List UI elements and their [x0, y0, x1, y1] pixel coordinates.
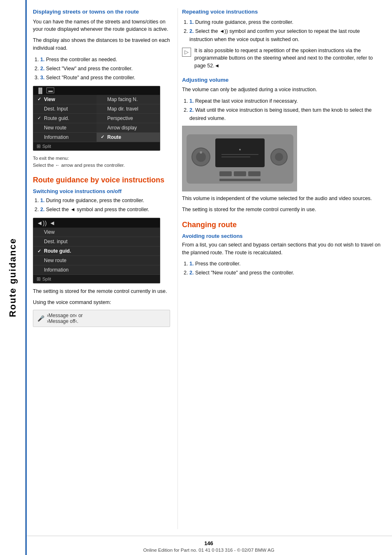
main-content: Displaying streets or towns on the route… [25, 0, 392, 555]
menu-bottom-split: ⊞ Split [33, 142, 160, 150]
left-column: Displaying streets or towns on the route… [25, 8, 178, 529]
displaying-streets-steps: 1. Press the controller as needed. 2. Se… [33, 55, 170, 82]
repeating-note-box: ▷ It is also possible to request a repet… [182, 47, 385, 70]
repeating-voice-title: Repeating voice instructions [182, 8, 385, 16]
menu-left-col: ✓View Dest. Input ✓Route guid. New route [33, 95, 97, 142]
menu-item-map-n: Map facing N. [97, 95, 160, 104]
changing-route-title: Changing route [182, 220, 385, 230]
menu-item-perspective: Perspective [97, 114, 160, 123]
section-adjusting-volume: Adjusting volume The volume can only be … [182, 76, 385, 214]
vol-bar-icon: ▐▌ [37, 88, 44, 94]
menu-right-col: Map facing N. Map dir. travel Perspectiv… [97, 95, 160, 142]
menu-top-bar-2: ◄)) ◄ [33, 218, 160, 228]
adjusting-volume-steps: 1. Repeat the last voice instruction if … [182, 97, 385, 122]
menu-item-map-dir: Map dir. travel [97, 104, 160, 114]
menu-cols: ✓View Dest. Input ✓Route guid. New route [33, 95, 160, 142]
step-item: 1. Press the controller. [189, 260, 385, 268]
menu-item-new-route: New route [33, 123, 97, 133]
page-footer: 146 Online Edition for Part no. 01 41 0 … [25, 536, 392, 555]
step-item: 2. Select "View" and press the controlle… [40, 64, 170, 73]
car-image-inner: ● [182, 126, 297, 191]
sidebar: Route guidance [0, 0, 25, 555]
step-item: 1. Repeat the last voice instruction if … [189, 97, 385, 105]
switching-voice-steps: 1. During route guidance, press the cont… [33, 196, 170, 214]
section-displaying-streets: Displaying streets or towns on the route… [33, 8, 170, 169]
svg-point-5 [200, 151, 202, 154]
svg-rect-8 [219, 171, 232, 176]
step-item: 1. During route guidance, press the cont… [189, 18, 385, 26]
svg-rect-11 [219, 179, 261, 181]
sidebar-label: Route guidance [7, 238, 18, 317]
menu-item-view-2: View [33, 228, 160, 237]
step-item: 3. Select "Route" and press the controll… [40, 74, 170, 82]
menu-top-bar: ▐▌ ▬ [33, 86, 160, 95]
step-item: 2. Wait until the voice instruction is b… [189, 106, 385, 122]
volume-para2: The setting is stored for the remote con… [182, 206, 385, 214]
svg-rect-13 [221, 154, 258, 155]
voice-msg-on: ›Message on‹ or [47, 313, 83, 318]
menu-item-view: ✓View [33, 95, 97, 104]
voice-box-icon: 🎤 [37, 315, 44, 322]
accent-bar [25, 0, 27, 555]
menu-item-route-guid-2: ✓Route guid. [33, 246, 160, 256]
right-column: Repeating voice instructions 1. During r… [178, 8, 392, 529]
section-changing-route: Changing route Avoiding route sections F… [182, 220, 385, 277]
svg-rect-2 [215, 138, 265, 167]
voice-msg-off: ›Message off‹. [47, 318, 83, 324]
repeating-voice-steps: 1. During route guidance, press the cont… [182, 18, 385, 44]
menu-item-dest-2: Dest. input [33, 237, 160, 246]
section-repeating-voice: Repeating voice instructions 1. During r… [182, 8, 385, 70]
menu-item-dest-input: Dest. Input [33, 104, 97, 114]
adjusting-volume-title: Adjusting volume [182, 76, 385, 84]
page-number: 146 [25, 540, 392, 546]
car-svg: ● [182, 126, 297, 191]
menu-item-arrow: Arrow display [97, 123, 160, 133]
copyright-text: Online Edition for Part no. 01 41 0 013 … [25, 548, 392, 553]
voice-guidance-title: Route guidance by voice instructions [33, 175, 170, 185]
svg-point-7 [275, 153, 283, 161]
back-icon: ◄ [49, 219, 55, 226]
step-item: 1. Press the controller as needed. [40, 55, 170, 64]
menu-bottom-split-2: ⊞ Split [33, 275, 160, 283]
adjusting-volume-intro: The volume can only be adjusted during a… [182, 86, 385, 94]
sound-icon: ◄)) [37, 219, 47, 226]
step-item: 2. Select the ◄ symbol and press the con… [40, 205, 170, 214]
voice-command-box: 🎤 ›Message on‹ or ›Message off‹. [33, 310, 170, 327]
menu-left-col-2: View Dest. input ✓Route guid. New route [33, 228, 160, 275]
section-voice-guidance: Route guidance by voice instructions Swi… [33, 175, 170, 327]
menu-item-route-guid: ✓Route guid. [33, 114, 97, 123]
car-dashboard-image: ● [182, 126, 297, 191]
avoiding-route-intro: From a list, you can select and bypass c… [182, 241, 385, 257]
displaying-streets-title: Displaying streets or towns on the route [33, 8, 170, 16]
voice-messages: ›Message on‹ or ›Message off‹. [47, 313, 83, 324]
menu-item-information: Information [33, 133, 97, 142]
menu-item-new-route-2: New route [33, 256, 160, 265]
menu-item-route: ✓Route [97, 133, 160, 142]
svg-rect-9 [234, 171, 246, 176]
repeating-note-text: It is also possible to request a repetit… [194, 47, 385, 70]
menu-mockup-1: ▐▌ ▬ ✓View Dest. Input [33, 86, 160, 151]
menu-mockup-2: ◄)) ◄ View Dest. input [33, 218, 160, 283]
menu-item-info-2: Information [33, 265, 160, 275]
exit-note: To exit the menu: Select the ← arrow and… [33, 155, 170, 169]
columns: Displaying streets or towns on the route… [25, 0, 392, 529]
step-item: 2. Select "New route" and press the cont… [189, 269, 385, 277]
svg-text:●: ● [239, 147, 241, 152]
voice-setting-note: The setting is stored for the remote con… [33, 288, 170, 295]
switching-voice-title: Switching voice instructions on/off [33, 188, 170, 194]
step-item: 1. During route guidance, press the cont… [40, 196, 170, 205]
volume-para1: This volume is independent of the volume… [182, 195, 385, 203]
svg-rect-14 [221, 157, 250, 157]
displaying-streets-para2: The display also shows the distances to … [33, 37, 170, 52]
voice-command-note: Using the voice command system: [33, 299, 170, 306]
svg-rect-10 [248, 171, 261, 176]
bar-icon: ▬ [46, 88, 54, 93]
avoiding-route-steps: 1. Press the controller. 2. Select "New … [182, 260, 385, 277]
displaying-streets-para1: You can have the names of the streets an… [33, 18, 170, 34]
avoiding-route-title: Avoiding route sections [182, 233, 385, 239]
step-item: 2. Select the ◄)) symbol and confirm you… [189, 27, 385, 44]
note-icon: ▷ [182, 48, 191, 57]
